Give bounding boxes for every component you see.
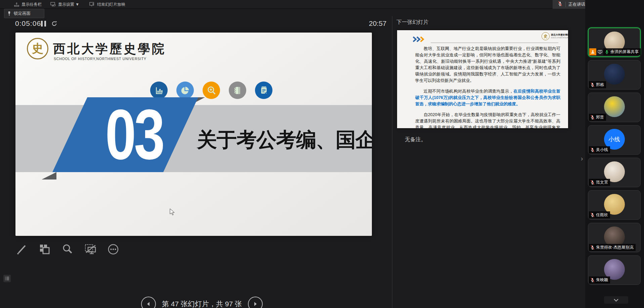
end-slideshow-label: 结束幻灯片放映 [97,2,125,7]
next-slide-button[interactable] [248,297,263,308]
presentation-timer: 0:05:06 [15,19,41,28]
pen-icon [15,243,29,256]
outline-icon [5,276,9,280]
pie-chart-icon [176,82,194,99]
next-icon [253,301,258,307]
participant-name-badge: 范文宜 [589,179,610,186]
lock-screen-button[interactable]: 锁定画面 [4,9,44,18]
avatar [604,64,625,85]
school-name-en: SCHOOL OF HISTORY,NORTHWEST UNIVERSITY [54,57,146,61]
taskbar-icon [14,2,19,7]
zoom-in-icon [203,82,220,99]
participant-name: 朱映颖 [596,277,608,283]
magnifier-icon [61,243,74,256]
presenter-badge-icon [589,48,596,55]
collapse-panel-handle[interactable]: › [579,152,585,165]
participant-badges: 邢栋 [589,81,606,88]
zoom-slide-button[interactable] [60,242,75,257]
previous-slide-button[interactable] [141,297,156,308]
display-settings-icon [50,2,56,7]
next-slide-preview[interactable]: 史 西北大学歷史學院 SCHOOL OF HISTORY,NORTHWEST U… [397,30,568,128]
participants-sidebar: 余洪的屏幕共享 邢栋 郑晋小线 吴小线 范文宜 任雨欣 朱里得孜·杰恩斯别克 [585,0,644,308]
participant-tile[interactable]: 邢栋 [588,60,641,90]
screen-share-icon [596,48,603,55]
slide-counter: 第 47 张幻灯片，共 97 张 [162,299,242,308]
top-bar: 显示任务栏 显示设置 ▼ 结束幻灯片放映 正在讲话: 余洪; [0,0,644,9]
chevrons-decoration [413,36,425,42]
muted-mic-icon [557,1,563,8]
paragraph: 自2020年开始，在毕业生数量与疫情影响的双重夹击下，高校就业工作一度遭遇到前所… [415,112,560,128]
participant-tile[interactable]: 朱映颖 [588,255,641,285]
notebook-icon [229,82,246,99]
show-taskbar-label: 显示任务栏 [22,2,42,7]
university-seal: 史 [542,32,550,40]
display-settings-label: 显示设置 ▼ [58,2,79,7]
current-slide[interactable]: 史 西北大学歷史學院 SCHOOL OF HISTORY,NORTHWEST U… [15,33,372,236]
participant-badges: 余洪的屏幕共享 [589,48,641,55]
pin-icon [7,11,11,16]
panel-divider [392,16,392,308]
divider [431,43,558,43]
preview-body: 教培、互联网、地产行业之前是吸纳就业的重要行业，行业调整短期内可能会对大学生就业… [415,46,560,128]
school-name-cn: 西北大学歷史學院 [551,33,568,37]
chevron-down-icon [613,299,619,302]
section-number: 03 [99,102,170,167]
participant-name: 吴小线 [596,147,608,153]
participant-name-badge: 吴小线 [589,146,610,153]
lock-screen-label: 锁定画面 [14,11,31,16]
participant-tile[interactable]: 任雨欣 [588,190,641,220]
participant-badges: 朱里得孜·杰恩斯别克 [589,244,636,251]
display-settings-button[interactable]: 显示设置 ▼ [50,0,79,9]
slide-decorative-icons [150,82,272,99]
participant-name: 任雨欣 [596,212,608,218]
participant-tile[interactable]: 小线 吴小线 [588,125,641,155]
speaker-notes: 无备注。 [405,136,426,143]
slides-grid-icon [38,243,51,256]
participant-name-badge: 余洪的屏幕共享 [603,48,641,55]
pause-timer-button[interactable] [41,21,46,27]
wall-clock: 20:57 [369,19,387,28]
slideshow-toolbar [14,242,121,257]
restart-icon [51,20,57,27]
participant-name-badge: 朱映颖 [589,276,610,284]
participant-name-badge: 邢栋 [589,81,606,88]
end-slideshow-icon [89,2,95,7]
participant-name: 邢栋 [596,82,604,88]
participant-name: 余洪的屏幕共享 [610,49,639,55]
ellipsis-icon [106,243,120,256]
pen-tool-button[interactable] [14,242,29,257]
participant-badges: 吴小线 [589,146,610,153]
next-slide-header: 下一张幻灯片 [396,19,429,26]
school-name-en: SCHOOL OF HISTORY,NORTHWEST UNIVERSITY [551,37,568,39]
participant-name: 范文宜 [596,179,608,185]
participant-badges: 郑晋 [589,114,606,121]
participant-name: 朱里得孜·杰恩斯别克 [596,245,634,250]
slide-counter-row: 第 47 张幻灯片，共 97 张 [141,297,263,308]
participant-tile[interactable]: 余洪的屏幕共享 [588,28,641,57]
outline-panel-button[interactable] [3,275,11,282]
notepad-check-icon [255,82,272,99]
participant-name-badge: 郑晋 [589,114,606,121]
end-slideshow-button[interactable]: 结束幻灯片放映 [89,0,125,9]
see-all-slides-button[interactable] [37,242,52,257]
show-taskbar-button[interactable]: 显示任务栏 [14,0,42,9]
restart-timer-button[interactable] [51,20,57,28]
fold-shadow [42,172,56,179]
participant-badges: 范文宜 [589,179,610,186]
participant-name: 郑晋 [596,114,604,120]
paragraph: 教培、互联网、地产行业之前是吸纳就业的重要行业，行业调整短期内可能会对大学生就业… [415,46,560,84]
paragraph: 近期不同市场机构对高校毕业生的调查均显示，在后疫情和高校毕业生首破千万人(107… [415,88,560,107]
university-seal: 史 [27,38,48,59]
participant-name-badge: 任雨欣 [589,211,610,218]
black-screen-button[interactable] [83,242,98,257]
screen-slash-icon [83,243,97,256]
show-more-participants-button[interactable] [604,296,628,304]
participant-badges: 朱映颖 [589,276,610,284]
participant-tile[interactable]: 郑晋 [588,93,641,122]
participant-tile[interactable]: 朱里得孜·杰恩斯别克 [588,223,641,252]
participant-name-badge: 朱里得孜·杰恩斯别克 [589,244,636,251]
participant-badges: 任雨欣 [589,211,610,218]
previous-icon [146,301,151,307]
more-options-button[interactable] [106,242,121,257]
participant-tile[interactable]: 范文宜 [588,158,641,187]
